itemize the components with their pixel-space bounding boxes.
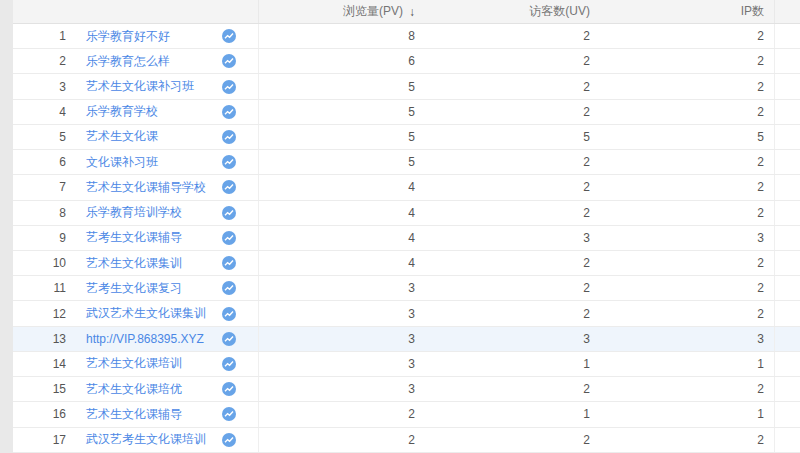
keyword-link[interactable]: 乐学教育培训学校 [86,204,182,221]
trend-icon[interactable] [222,357,236,371]
keyword-link[interactable]: 艺术生文化课补习班 [86,78,194,95]
row-stub-cell [775,251,800,275]
trend-icon[interactable] [222,307,236,321]
table-row: 9艺考生文化课辅导433 [13,226,800,251]
table-row: 13http://VIP.868395.XYZ333 [13,327,800,352]
row-index: 16 [13,402,66,426]
pv-value: 2 [259,402,425,426]
row-index: 5 [13,125,66,149]
trend-icon[interactable] [222,80,236,94]
row-index: 3 [13,74,66,98]
trend-icon[interactable] [222,256,236,270]
uv-value: 2 [425,100,600,124]
ip-value: 2 [600,276,775,300]
pv-value: 5 [259,74,425,98]
trend-icon[interactable] [222,206,236,220]
keyword-link[interactable]: 艺术生文化课培训 [86,355,182,372]
trend-icon[interactable] [222,433,236,447]
row-stub-cell [775,175,800,199]
pv-value: 3 [259,352,425,376]
row-index: 4 [13,100,66,124]
pv-value: 8 [259,24,425,48]
pv-value: 3 [259,276,425,300]
uv-value: 2 [425,301,600,325]
uv-value: 2 [425,276,600,300]
row-stub-cell [775,327,800,351]
row-stub-cell [775,402,800,426]
keywords-table: 浏览量(PV) ↓ 访客数(UV) IP数 1乐学教育好不好8222乐学教育怎么… [13,0,800,453]
trend-icon[interactable] [222,382,236,396]
row-stub-cell [775,201,800,225]
keyword-link[interactable]: 武汉艺考生文化课培训 [86,431,206,448]
trend-icon[interactable] [222,281,236,295]
header-stub-cell [775,0,800,23]
row-index: 17 [13,428,66,452]
keyword-link[interactable]: 艺考生文化课复习 [86,280,182,297]
header-index-cell [13,0,66,23]
ip-value: 2 [600,49,775,73]
ip-value: 1 [600,402,775,426]
ip-value: 2 [600,428,775,452]
ip-value: 1 [600,352,775,376]
trend-icon[interactable] [222,180,236,194]
table-row: 11艺考生文化课复习322 [13,276,800,301]
trend-icon[interactable] [222,29,236,43]
uv-value: 2 [425,150,600,174]
ip-value: 2 [600,251,775,275]
row-stub-cell [775,428,800,452]
keyword-link[interactable]: 武汉艺术生文化课集训 [86,305,206,322]
keyword-link[interactable]: 艺术生文化课辅导 [86,406,182,423]
keyword-link[interactable]: 乐学教育怎么样 [86,53,170,70]
trend-icon[interactable] [222,130,236,144]
table-row: 10艺术生文化课集训422 [13,251,800,276]
uv-value: 2 [425,175,600,199]
ip-value: 2 [600,74,775,98]
header-uv-label: 访客数(UV) [529,3,590,20]
keyword-link[interactable]: 艺术生文化课 [86,128,158,145]
keyword-link[interactable]: 乐学教育好不好 [86,28,170,45]
header-pv[interactable]: 浏览量(PV) ↓ [259,0,425,23]
pv-value: 6 [259,49,425,73]
header-ip[interactable]: IP数 [600,0,775,23]
uv-value: 2 [425,74,600,98]
keyword-link[interactable]: http://VIP.868395.XYZ [86,332,204,346]
trend-icon[interactable] [222,332,236,346]
trend-icon[interactable] [222,105,236,119]
page-left-gutter [0,0,13,453]
trend-icon[interactable] [222,407,236,421]
keyword-link[interactable]: 艺术生文化课集训 [86,255,182,272]
row-stub-cell [775,49,800,73]
keyword-link[interactable]: 乐学教育学校 [86,103,158,120]
keyword-link[interactable]: 艺术生文化课辅导学校 [86,179,206,196]
header-uv[interactable]: 访客数(UV) [425,0,600,23]
row-stub-cell [775,100,800,124]
row-index: 14 [13,352,66,376]
keyword-link[interactable]: 文化课补习班 [86,154,158,171]
ip-value: 3 [600,226,775,250]
analytics-keyword-page: 浏览量(PV) ↓ 访客数(UV) IP数 1乐学教育好不好8222乐学教育怎么… [0,0,800,453]
uv-value: 2 [425,251,600,275]
ip-value: 5 [600,125,775,149]
uv-value: 3 [425,226,600,250]
trend-icon[interactable] [222,231,236,245]
row-index: 1 [13,24,66,48]
ip-value: 2 [600,377,775,401]
row-index: 13 [13,327,66,351]
uv-value: 2 [425,377,600,401]
row-index: 6 [13,150,66,174]
table-row: 2乐学教育怎么样622 [13,49,800,74]
pv-value: 2 [259,428,425,452]
row-index: 10 [13,251,66,275]
sort-desc-icon[interactable]: ↓ [409,6,415,18]
trend-icon[interactable] [222,155,236,169]
row-index: 7 [13,175,66,199]
row-stub-cell [775,377,800,401]
keyword-link[interactable]: 艺考生文化课辅导 [86,229,182,246]
table-row: 7艺术生文化课辅导学校422 [13,175,800,200]
trend-icon[interactable] [222,54,236,68]
keyword-link[interactable]: 艺术生文化课培优 [86,381,182,398]
ip-value: 2 [600,175,775,199]
ip-value: 2 [600,201,775,225]
table-row: 6文化课补习班522 [13,150,800,175]
uv-value: 3 [425,327,600,351]
